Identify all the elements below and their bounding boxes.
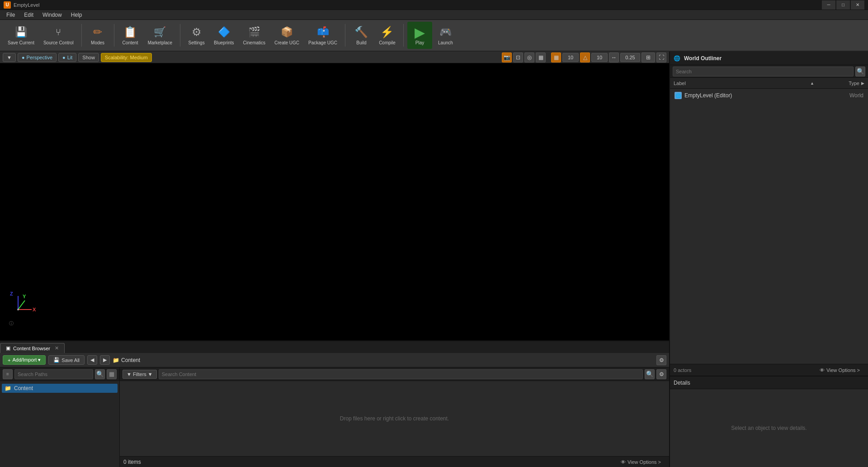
window-controls: ─ □ ✕ xyxy=(822,0,864,10)
content-view-options-button[interactable]: 👁 View Options > xyxy=(616,458,665,466)
world-item-type: World xyxy=(818,92,863,99)
details-panel: Details Select an object to view details… xyxy=(670,376,868,467)
content-browser-tab-close[interactable]: ✕ xyxy=(55,345,59,351)
world-outliner-search-button[interactable]: 🔍 xyxy=(855,67,865,76)
minimize-button[interactable]: ─ xyxy=(822,0,835,10)
compile-label: Compile xyxy=(379,40,396,46)
create-ugc-button[interactable]: 📦 Create UGC xyxy=(270,22,303,49)
world-outliner-status: 0 actors 👁 View Options > xyxy=(670,364,868,376)
details-empty-message: Select an object to view details. xyxy=(731,425,807,431)
content-folder-tree-icon: 📁 xyxy=(5,385,11,391)
toolbar-divider-5 xyxy=(403,24,404,47)
toolbar-group-save: 💾 Save Current ⑂ Source Control xyxy=(4,22,78,49)
search-paths-button[interactable]: 🔍 xyxy=(95,369,105,379)
marketplace-label: Marketplace xyxy=(148,40,172,46)
settings-label: Settings xyxy=(189,40,205,46)
add-import-button[interactable]: + Add/Import ▾ xyxy=(3,355,46,365)
filters-button[interactable]: ▼ Filters ▼ xyxy=(123,370,157,379)
build-button[interactable]: 🔨 Build xyxy=(349,22,374,49)
grid-snap-button[interactable]: ▦ xyxy=(551,52,561,62)
maximize-button[interactable]: □ xyxy=(836,0,850,10)
menu-window[interactable]: Window xyxy=(38,11,66,19)
package-ugc-button[interactable]: 📫 Package UGC xyxy=(304,22,341,49)
launch-button[interactable]: 🎮 Launch xyxy=(433,22,458,49)
content-browser-body: ≡ 🔍 ▦ 📁 Content xyxy=(0,367,669,467)
drop-message: Drop files here or right click to create… xyxy=(340,415,449,422)
viewport-canvas[interactable]: X Y Z ⓘ xyxy=(0,63,669,340)
world-outliner-columns: Label ▲ Type ▶ xyxy=(670,78,868,89)
content-button[interactable]: 📋 Content xyxy=(118,22,143,49)
lit-button[interactable]: ● Lit xyxy=(58,53,76,62)
content-view-options-small[interactable]: ⚙ xyxy=(656,369,666,379)
axis-svg: X Y Z xyxy=(9,291,36,319)
source-search-bar: ≡ 🔍 ▦ xyxy=(0,367,119,381)
menu-edit[interactable]: Edit xyxy=(19,11,38,19)
scalability-button[interactable]: Scalability: Medium xyxy=(101,53,152,62)
details-header: Details xyxy=(670,376,868,389)
col-type-expand-icon: ▶ xyxy=(861,81,864,86)
world-item-label: EmptyLevel (Editor) xyxy=(684,92,816,99)
panel-tabs: ▣ Content Browser ✕ xyxy=(0,341,669,353)
compile-button[interactable]: ⚡ Compile xyxy=(375,22,400,49)
back-button[interactable]: ◀ xyxy=(87,355,97,365)
source-control-button[interactable]: ⑂ Source Control xyxy=(39,22,78,49)
svg-text:Y: Y xyxy=(23,294,26,299)
world-outliner-view-options[interactable]: 👁 View Options > xyxy=(815,367,864,374)
source-tree: 📁 Content xyxy=(0,381,119,467)
save-current-button[interactable]: 💾 Save Current xyxy=(4,22,38,49)
rotation-snap-button[interactable]: △ xyxy=(580,52,590,62)
source-filter-button[interactable]: ≡ xyxy=(3,369,13,379)
content-folder-label: Content xyxy=(14,385,33,391)
world-outliner-item[interactable]: 🌐 EmptyLevel (Editor) World xyxy=(672,91,866,100)
cinematics-button[interactable]: 🎬 Cinematics xyxy=(239,22,269,49)
eye-icon-wo: 👁 xyxy=(820,367,825,373)
stat-button[interactable]: ▦ xyxy=(536,52,546,62)
search-paths-input[interactable] xyxy=(14,369,93,379)
toolbar: 💾 Save Current ⑂ Source Control ✏ Modes … xyxy=(0,20,868,52)
content-folder-item[interactable]: 📁 Content xyxy=(2,384,118,393)
menu-help[interactable]: Help xyxy=(66,11,87,19)
search-content-button[interactable]: 🔍 xyxy=(645,369,655,379)
scale-snap-field[interactable]: 0.25 xyxy=(620,53,640,62)
show-label: Show xyxy=(82,55,95,60)
content-browser-toolbar: + Add/Import ▾ 💾 Save All ◀ ▶ 📁 Content … xyxy=(0,353,669,367)
scale-snap-button[interactable]: ↔ xyxy=(609,52,619,62)
play-button[interactable]: ▶ Play xyxy=(407,22,432,49)
viewport-options-button[interactable]: ⊞ xyxy=(642,52,655,62)
blueprints-icon: 🔷 xyxy=(217,25,231,39)
perspective-label: Perspective xyxy=(27,55,52,60)
content-drop-area[interactable]: Drop files here or right click to create… xyxy=(120,381,669,456)
details-content: Select an object to view details. xyxy=(670,389,868,467)
play-icon: ▶ xyxy=(412,25,427,39)
viewport-dropdown-button[interactable]: ▼ xyxy=(3,53,16,62)
maximize-viewport-button[interactable]: ⛶ xyxy=(656,52,666,62)
blueprints-button[interactable]: 🔷 Blueprints xyxy=(210,22,238,49)
world-outliner-title: World Outliner xyxy=(684,55,722,62)
cb-settings-button[interactable]: ⚙ xyxy=(656,355,666,365)
settings-button[interactable]: ⚙ Settings xyxy=(184,22,209,49)
search-content-input[interactable] xyxy=(159,369,643,379)
realtime-button[interactable]: ◎ xyxy=(524,52,534,62)
menu-file[interactable]: File xyxy=(2,11,19,19)
lit-dot-icon: ● xyxy=(62,55,66,60)
camera-icon-button[interactable]: 📷 xyxy=(502,52,512,62)
modes-button[interactable]: ✏ Modes xyxy=(85,22,110,49)
perspective-mode-button[interactable]: ⊡ xyxy=(513,52,523,62)
world-outliner-search-input[interactable] xyxy=(673,67,854,76)
marketplace-button[interactable]: 🛒 Marketplace xyxy=(144,22,176,49)
rotation-snap-field[interactable]: 10 xyxy=(591,53,608,62)
grid-size-field[interactable]: 10 xyxy=(562,53,579,62)
content-icon: 📋 xyxy=(123,25,137,39)
perspective-button[interactable]: ● Perspective xyxy=(18,53,57,62)
toolbar-divider-1 xyxy=(81,24,82,47)
content-browser-tab[interactable]: ▣ Content Browser ✕ xyxy=(0,343,65,353)
app-icon: U xyxy=(4,1,11,9)
show-button[interactable]: Show xyxy=(78,53,99,62)
filters-dropdown-icon: ▼ xyxy=(148,372,153,377)
source-view-toggle[interactable]: ▦ xyxy=(107,369,117,379)
close-button[interactable]: ✕ xyxy=(851,0,864,10)
right-panel: 🌐 World Outliner 🔍 Label ▲ Type ▶ 🌐 Empt… xyxy=(669,52,868,467)
blueprints-label: Blueprints xyxy=(214,40,234,46)
save-all-button[interactable]: 💾 Save All xyxy=(48,355,85,365)
forward-button[interactable]: ▶ xyxy=(100,355,110,365)
